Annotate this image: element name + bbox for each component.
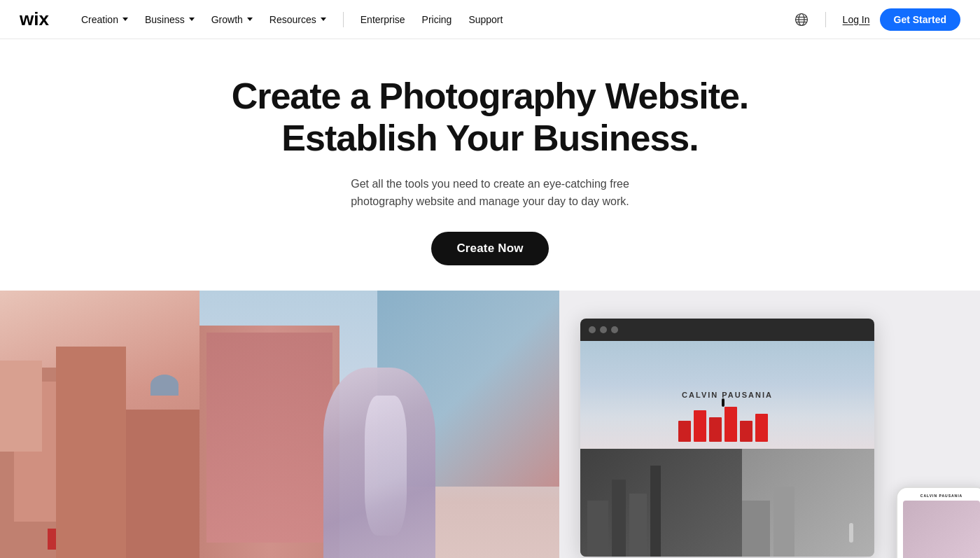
wix-logo[interactable]: wix bbox=[20, 10, 57, 29]
arch-block-4 bbox=[56, 347, 126, 558]
phone-image bbox=[903, 501, 980, 558]
chevron-down-icon bbox=[321, 18, 326, 21]
browser-content: CALVIN PAUSANIA bbox=[580, 341, 874, 557]
maze-figure bbox=[722, 398, 724, 407]
chevron-down-icon bbox=[247, 18, 253, 21]
browser-dot-3 bbox=[611, 326, 618, 333]
login-link[interactable]: Log In bbox=[843, 14, 870, 25]
navbar: wix Creation Business Growth Resources E… bbox=[0, 0, 980, 39]
language-selector[interactable] bbox=[794, 13, 808, 27]
nav-divider bbox=[343, 12, 344, 27]
nav-item-resources[interactable]: Resources bbox=[262, 10, 333, 29]
chevron-down-icon bbox=[189, 18, 195, 21]
arch-red-accent bbox=[48, 529, 56, 550]
gray-figure bbox=[849, 523, 853, 543]
phone-mockup: CALVIN PAUSANIA bbox=[896, 487, 980, 558]
chevron-down-icon bbox=[122, 18, 128, 21]
svg-text:wix: wix bbox=[20, 10, 49, 29]
arch-island bbox=[150, 375, 178, 396]
right-mockup-area: CALVIN PAUSANIA bbox=[559, 291, 980, 558]
center-sculpture-image bbox=[200, 291, 559, 558]
nav-item-enterprise[interactable]: Enterprise bbox=[354, 10, 412, 29]
browser-dot-1 bbox=[589, 326, 596, 333]
nav-item-support[interactable]: Support bbox=[461, 10, 510, 29]
hero-title: Create a Photography Website. Establish … bbox=[217, 76, 763, 160]
hero-section: Create a Photography Website. Establish … bbox=[0, 39, 980, 291]
browser-mockup: CALVIN PAUSANIA bbox=[580, 319, 874, 557]
hero-subtitle: Get all the tools you need to create an … bbox=[336, 175, 644, 211]
left-architecture-image bbox=[0, 291, 200, 558]
phone-site-name: CALVIN PAUSANIA bbox=[903, 494, 980, 498]
browser-top-scene: CALVIN PAUSANIA bbox=[580, 341, 874, 449]
get-started-button[interactable]: Get Started bbox=[880, 8, 960, 31]
hero-visual: CALVIN PAUSANIA bbox=[0, 291, 980, 558]
create-now-button[interactable]: Create Now bbox=[431, 232, 548, 265]
nav-item-pricing[interactable]: Pricing bbox=[415, 10, 459, 29]
browser-bottom-scene bbox=[580, 449, 874, 557]
arch-block-3 bbox=[115, 410, 200, 558]
nav-right-actions: Log In Get Started bbox=[794, 8, 960, 31]
browser-dot-2 bbox=[600, 326, 607, 333]
nav-item-business[interactable]: Business bbox=[138, 10, 202, 29]
nav-item-growth[interactable]: Growth bbox=[204, 10, 260, 29]
nav-item-creation[interactable]: Creation bbox=[74, 10, 135, 29]
browser-bar bbox=[580, 319, 874, 341]
nav-primary-links: Creation Business Growth Resources Enter… bbox=[74, 10, 794, 29]
arch-block-5 bbox=[0, 361, 42, 452]
nav-divider-right bbox=[825, 12, 826, 27]
